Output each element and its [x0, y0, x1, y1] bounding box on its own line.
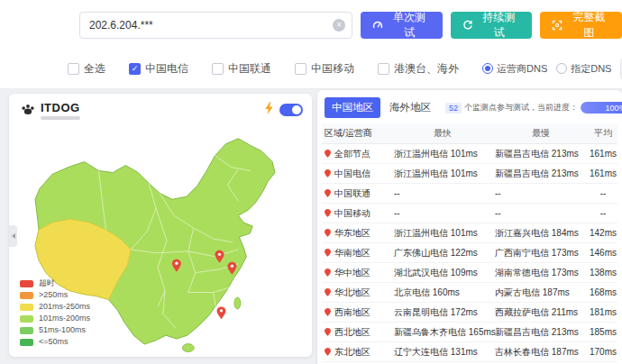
checkbox-box[interactable]	[378, 63, 389, 75]
legend-item: 101ms-200ms	[20, 313, 90, 324]
row-region: 中国移动	[334, 207, 370, 220]
row-region: 华中地区	[334, 267, 370, 279]
row-fastest: 浙江温州电信 101ms	[392, 227, 493, 240]
table-row[interactable]: 华东地区 浙江温州电信 101ms 浙江嘉兴电信 184ms 142ms	[322, 223, 617, 243]
target-input[interactable]	[79, 12, 352, 39]
checkbox-select-all[interactable]: 全选	[68, 61, 105, 77]
legend-label: <=50ms	[39, 338, 69, 346]
row-fastest: 浙江温州电信 101ms	[392, 148, 493, 160]
checkbox-china-mobile[interactable]: 中国移动	[295, 61, 354, 77]
legend-item: >250ms	[20, 289, 90, 301]
table-row[interactable]: 中国电信 浙江温州电信 101ms 新疆昌吉电信 213ms 161ms	[322, 164, 617, 184]
results-table: 区域/运营商 最快 最慢 平均 全部节点 浙江温州电信 101ms 新疆昌吉电信…	[322, 123, 617, 364]
row-slowest: 浙江嘉兴电信 184ms	[493, 227, 589, 240]
screenshot-label: 完整截图	[567, 10, 610, 41]
map-panel: ITDOG	[9, 94, 312, 357]
checkbox-label: 全选	[84, 61, 105, 77]
row-fastest: 浙江温州电信 101ms	[392, 168, 493, 180]
lightning-icon	[264, 102, 274, 118]
table-row[interactable]: 全部节点 浙江温州电信 101ms 新疆昌吉电信 213ms 161ms	[322, 144, 617, 164]
continuous-test-label: 持续测试	[478, 10, 521, 41]
legend-item: 51ms-100ms	[20, 324, 90, 336]
legend-swatch	[20, 339, 33, 346]
legend-label: 101ms-200ms	[39, 314, 90, 323]
top-toolbar: × 单次测试 持续测试 完整截图 全选 中国电信	[0, 0, 622, 89]
map-toggle-switch[interactable]	[279, 104, 303, 116]
tab-china-region[interactable]: 中国地区	[325, 97, 380, 118]
legend-swatch	[20, 280, 33, 287]
legend-swatch	[20, 315, 33, 323]
row-slowest: 内蒙古电信 187ms	[493, 287, 589, 299]
checkbox-box[interactable]	[295, 63, 306, 75]
single-test-button[interactable]: 单次测试	[361, 12, 443, 39]
row-average: 161ms	[589, 149, 617, 159]
legend-swatch	[20, 327, 33, 334]
continuous-test-button[interactable]: 持续测试	[451, 12, 533, 39]
row-fastest: --	[392, 208, 493, 218]
radio-dot[interactable]	[482, 63, 493, 74]
row-average: 138ms	[589, 268, 617, 278]
pin-icon	[325, 150, 331, 158]
tab-overseas-region[interactable]: 海外地区	[382, 97, 438, 118]
table-row[interactable]: 华北地区 北京电信 160ms 内蒙古电信 187ms 168ms	[322, 283, 617, 303]
checkbox-china-telecom[interactable]: 中国电信	[129, 61, 188, 77]
map-collapse-handle[interactable]	[9, 225, 17, 247]
pin-icon	[325, 348, 331, 356]
legend-swatch	[20, 304, 33, 311]
checkbox-box[interactable]	[68, 63, 79, 75]
row-fastest: 广东佛山电信 122ms	[392, 247, 493, 259]
results-panel: 中国地区 海外地区 52 个监测点参与测试，当前进度： 100% 区域/运营商 …	[317, 90, 622, 364]
row-average: 168ms	[589, 287, 617, 297]
table-row[interactable]: 西北地区 新疆乌鲁木齐电信 165ms 新疆昌吉电信 213ms 185ms	[322, 323, 617, 342]
checkbox-label: 中国电信	[145, 61, 188, 77]
checkbox-overseas[interactable]: 港澳台、海外	[378, 61, 459, 77]
refresh-icon	[462, 20, 473, 31]
radio-custom-dns[interactable]: 指定DNS	[556, 62, 611, 76]
row-fastest: 辽宁大连电信 131ms	[392, 346, 493, 359]
row-fastest: 新疆乌鲁木齐电信 165ms	[392, 326, 493, 339]
row-fastest: 湖北武汉电信 109ms	[392, 267, 493, 279]
radio-carrier-dns[interactable]: 运营商DNS	[482, 62, 547, 76]
progress-fill: 100%	[581, 102, 622, 114]
row-region: 华南地区	[334, 247, 370, 259]
checkbox-box[interactable]	[129, 63, 141, 75]
pin-icon	[325, 169, 331, 177]
table-row[interactable]: 华南地区 广东佛山电信 122ms 广西南宁电信 173ms 146ms	[322, 243, 617, 263]
single-test-label: 单次测试	[388, 10, 431, 41]
table-row[interactable]: 中国联通 -- -- --	[322, 184, 617, 204]
screenshot-button[interactable]: 完整截图	[540, 12, 622, 39]
map-region-hainan	[182, 344, 194, 352]
checkbox-label: 中国联通	[228, 61, 271, 77]
row-average: 185ms	[589, 327, 617, 337]
table-row[interactable]: 西南地区 云南昆明电信 172ms 西藏拉萨电信 211ms 181ms	[322, 303, 617, 323]
row-region: 中国联通	[334, 187, 370, 200]
row-fastest: 北京电信 160ms	[392, 287, 493, 299]
brand-logo: ITDOG	[20, 101, 80, 121]
gauge-icon	[372, 20, 383, 31]
row-slowest: 湖南常德电信 173ms	[493, 267, 589, 279]
map-legend: 超时 >250ms 201ms-250ms 101ms-200ms 51ms-1…	[20, 278, 90, 348]
row-average: --	[589, 208, 617, 218]
table-row[interactable]: 中国移动 -- -- --	[322, 204, 617, 223]
col-header-slowest: 最慢	[493, 127, 589, 140]
row-region: 全部节点	[334, 148, 370, 160]
row-average: 181ms	[589, 307, 617, 317]
dns-radio-group: 运营商DNS 指定DNS	[482, 58, 622, 80]
pin-icon	[325, 229, 331, 237]
checkbox-label: 港澳台、海外	[394, 61, 459, 77]
row-region: 西南地区	[334, 306, 370, 319]
pin-icon	[325, 189, 331, 197]
table-row[interactable]: 华中地区 湖北武汉电信 109ms 湖南常德电信 173ms 138ms	[322, 263, 617, 283]
pin-icon	[325, 308, 331, 316]
radio-dot[interactable]	[556, 63, 567, 74]
progress-label: 个监测点参与测试，当前进度：	[464, 102, 578, 114]
checkbox-box[interactable]	[212, 63, 224, 75]
col-header-region: 区域/运营商	[322, 127, 392, 140]
table-header: 区域/运营商 最快 最慢 平均	[322, 123, 617, 144]
row-slowest: 新疆昌吉电信 213ms	[493, 168, 589, 180]
checkbox-china-unicom[interactable]: 中国联通	[212, 61, 271, 77]
row-slowest: 吉林长春电信 187ms	[493, 346, 589, 359]
paw-icon	[20, 101, 36, 121]
table-row[interactable]: 东北地区 辽宁大连电信 131ms 吉林长春电信 187ms 170ms	[322, 342, 617, 362]
checkbox-label: 中国移动	[311, 61, 354, 77]
